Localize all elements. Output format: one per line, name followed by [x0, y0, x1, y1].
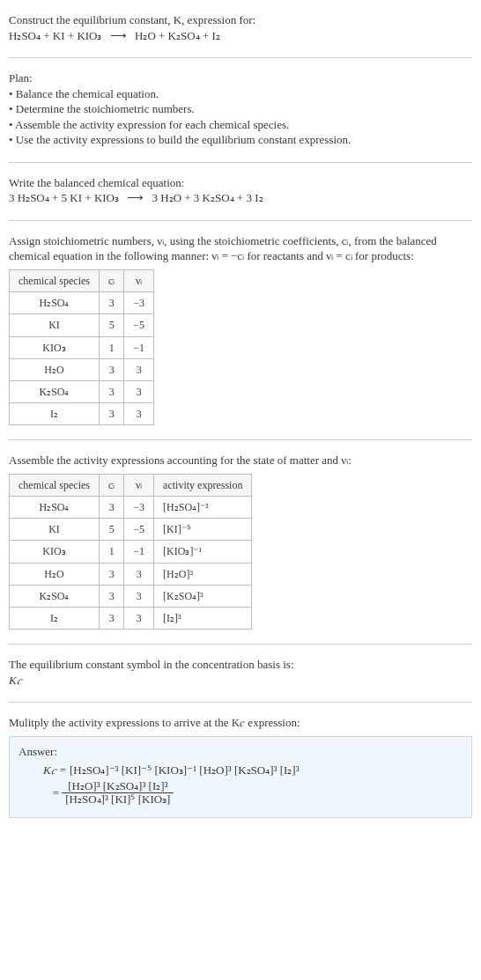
balanced-heading: Write the balanced chemical equation: — [9, 175, 472, 191]
cell-ci: 3 — [99, 380, 123, 402]
activity-table: chemical species cᵢ νᵢ activity expressi… — [9, 474, 252, 630]
table-row: H₂O33 — [10, 358, 154, 380]
col-ci: cᵢ — [99, 270, 123, 292]
multiply-text: Mulitply the activity expressions to arr… — [9, 715, 472, 731]
cell-vi: 3 — [124, 403, 154, 425]
cell-species: KI — [10, 519, 100, 541]
kc-product: [H₂SO₄]⁻³ [KI]⁻⁵ [KIO₃]⁻¹ [H₂O]³ [K₂SO₄]… — [70, 763, 300, 777]
table-row: KIO₃1−1[KIO₃]⁻¹ — [10, 541, 252, 563]
divider — [9, 57, 472, 58]
assign-section: Assign stoichiometric numbers, νᵢ, using… — [9, 228, 472, 434]
cell-ci: 5 — [99, 314, 123, 336]
table-header-row: chemical species cᵢ νᵢ activity expressi… — [10, 474, 252, 496]
cell-species: KI — [10, 314, 100, 336]
intro-section: Construct the equilibrium constant, K, e… — [9, 7, 472, 52]
cell-activity: [I₂]³ — [154, 608, 252, 630]
intro-line: Construct the equilibrium constant, K, e… — [9, 12, 472, 28]
divider — [9, 439, 472, 440]
arrow-icon: ⟶ — [105, 28, 132, 44]
multiply-section: Mulitply the activity expressions to arr… — [9, 710, 472, 826]
divider — [9, 702, 472, 703]
eq-rhs: H₂O + K₂SO₄ + I₂ — [135, 29, 220, 42]
cell-species: KIO₃ — [10, 336, 100, 358]
cell-species: I₂ — [10, 403, 100, 425]
table-row: H₂SO₄3−3 — [10, 292, 154, 314]
cell-activity: [H₂O]³ — [154, 563, 252, 585]
answer-line-2: = [H₂O]³ [K₂SO₄]³ [I₂]³ [H₂SO₄]³ [KI]⁵ [… — [43, 780, 462, 807]
table-header-row: chemical species cᵢ νᵢ — [10, 270, 154, 292]
cell-activity: [KI]⁻⁵ — [154, 519, 252, 541]
activity-section: Assemble the activity expressions accoun… — [9, 447, 472, 638]
table-row: I₂33 — [10, 403, 154, 425]
table-row: K₂SO₄33 — [10, 380, 154, 402]
table-row: K₂SO₄33[K₂SO₄]³ — [10, 585, 252, 607]
cell-activity: [KIO₃]⁻¹ — [154, 541, 252, 563]
cell-ci: 3 — [99, 497, 123, 519]
col-vi: νᵢ — [124, 474, 154, 496]
cell-vi: 3 — [124, 358, 154, 380]
plan-bullet-4: • Use the activity expressions to build … — [9, 132, 472, 148]
cell-ci: 3 — [99, 608, 123, 630]
kc-lhs: K𝑐 = — [43, 763, 70, 777]
divider — [9, 162, 472, 163]
table-row: I₂33[I₂]³ — [10, 608, 252, 630]
cell-activity: [K₂SO₄]³ — [154, 585, 252, 607]
plan-heading: Plan: — [9, 70, 472, 86]
intro-text: Construct the equilibrium constant, K, e… — [9, 13, 255, 26]
balanced-equation: 3 H₂SO₄ + 5 KI + KIO₃ ⟶ 3 H₂O + 3 K₂SO₄ … — [9, 190, 472, 206]
cell-vi: −3 — [124, 292, 154, 314]
stoich-table: chemical species cᵢ νᵢ H₂SO₄3−3 KI5−5 KI… — [9, 269, 154, 425]
cell-vi: −5 — [124, 519, 154, 541]
cell-species: K₂SO₄ — [10, 585, 100, 607]
unbalanced-equation: H₂SO₄ + KI + KIO₃ ⟶ H₂O + K₂SO₄ + I₂ — [9, 28, 472, 44]
cell-vi: 3 — [124, 585, 154, 607]
equals-sign: = — [43, 785, 59, 801]
cell-vi: 3 — [124, 608, 154, 630]
col-activity: activity expression — [154, 474, 252, 496]
cell-vi: 3 — [124, 380, 154, 402]
col-species: chemical species — [10, 270, 100, 292]
cell-species: H₂SO₄ — [10, 292, 100, 314]
activity-heading: Assemble the activity expressions accoun… — [9, 453, 472, 468]
plan-bullet-1: • Balance the chemical equation. — [9, 86, 472, 102]
cell-ci: 3 — [99, 563, 123, 585]
cell-vi: −1 — [124, 541, 154, 563]
plan-bullet-3: • Assemble the activity expression for e… — [9, 117, 472, 133]
cell-species: H₂O — [10, 358, 100, 380]
plan-section: Plan: • Balance the chemical equation. •… — [9, 65, 472, 157]
cell-vi: −1 — [124, 336, 154, 358]
frac-numerator: [H₂O]³ [K₂SO₄]³ [I₂]³ — [62, 780, 174, 792]
table-row: H₂O33[H₂O]³ — [10, 563, 252, 585]
answer-label: Answer: — [18, 744, 462, 760]
plan-bullet-2: • Determine the stoichiometric numbers. — [9, 101, 472, 117]
answer-body: K𝑐 = [H₂SO₄]⁻³ [KI]⁻⁵ [KIO₃]⁻¹ [H₂O]³ [K… — [18, 763, 462, 806]
cell-species: H₂SO₄ — [10, 497, 100, 519]
cell-ci: 5 — [99, 519, 123, 541]
cell-species: KIO₃ — [10, 541, 100, 563]
cell-ci: 3 — [99, 292, 123, 314]
cell-species: K₂SO₄ — [10, 380, 100, 402]
kc-symbol: K𝑐 — [9, 673, 472, 689]
cell-activity: [H₂SO₄]⁻³ — [154, 497, 252, 519]
col-species: chemical species — [10, 474, 100, 496]
arrow-icon: ⟶ — [122, 190, 149, 206]
frac-denominator: [H₂SO₄]³ [KI]⁵ [KIO₃] — [62, 792, 174, 806]
cell-ci: 1 — [99, 541, 123, 563]
table-row: KI5−5 — [10, 314, 154, 336]
col-vi: νᵢ — [124, 270, 154, 292]
cell-vi: −3 — [124, 497, 154, 519]
col-ci: cᵢ — [99, 474, 123, 496]
table-row: KI5−5[KI]⁻⁵ — [10, 519, 252, 541]
cell-vi: −5 — [124, 314, 154, 336]
cell-species: H₂O — [10, 563, 100, 585]
cell-ci: 1 — [99, 336, 123, 358]
eq-lhs: H₂SO₄ + KI + KIO₃ — [9, 29, 102, 42]
answer-line-1: K𝑐 = [H₂SO₄]⁻³ [KI]⁻⁵ [KIO₃]⁻¹ [H₂O]³ [K… — [43, 763, 462, 778]
cell-vi: 3 — [124, 563, 154, 585]
divider — [9, 220, 472, 221]
cell-ci: 3 — [99, 403, 123, 425]
kc-symbol-section: The equilibrium constant symbol in the c… — [9, 652, 472, 696]
cell-species: I₂ — [10, 608, 100, 630]
table-row: H₂SO₄3−3[H₂SO₄]⁻³ — [10, 497, 252, 519]
kc-fraction: [H₂O]³ [K₂SO₄]³ [I₂]³ [H₂SO₄]³ [KI]⁵ [KI… — [62, 780, 174, 807]
